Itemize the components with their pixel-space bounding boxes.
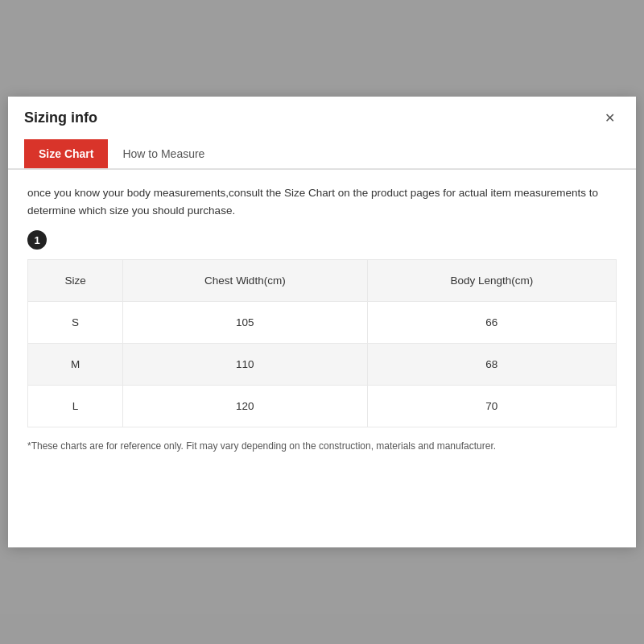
- cell-body-length: 66: [367, 302, 616, 344]
- header-chest-width: Chest Width(cm): [123, 260, 368, 302]
- cell-chest-width: 110: [123, 344, 368, 386]
- section-badge: 1: [27, 230, 47, 250]
- header-size: Size: [28, 260, 123, 302]
- table-row: S10566: [28, 302, 617, 344]
- modal-body: once you know your body measurements,con…: [8, 170, 636, 468]
- header-body-length: Body Length(cm): [367, 260, 616, 302]
- size-table: Size Chest Width(cm) Body Length(cm) S10…: [27, 259, 617, 427]
- close-button[interactable]: ✕: [600, 110, 620, 126]
- modal-backdrop: Sizing info ✕ Size Chart How to Measure …: [0, 0, 644, 644]
- sizing-modal: Sizing info ✕ Size Chart How to Measure …: [8, 97, 636, 547]
- cell-body-length: 68: [367, 344, 616, 386]
- table-header-row: Size Chest Width(cm) Body Length(cm): [28, 260, 617, 302]
- tab-size-chart[interactable]: Size Chart: [24, 139, 108, 168]
- table-row: M11068: [28, 344, 617, 386]
- modal-title: Sizing info: [24, 109, 97, 126]
- cell-size: L: [28, 386, 123, 427]
- cell-chest-width: 105: [123, 302, 368, 344]
- cell-body-length: 70: [367, 386, 616, 427]
- tab-how-to-measure[interactable]: How to Measure: [108, 139, 219, 168]
- cell-chest-width: 120: [123, 386, 368, 427]
- modal-header: Sizing info ✕: [8, 97, 636, 126]
- cell-size: M: [28, 344, 123, 386]
- cell-size: S: [28, 302, 123, 344]
- table-row: L12070: [28, 386, 617, 427]
- description-text: once you know your body measurements,con…: [27, 184, 617, 219]
- footer-note: *These charts are for reference only. Fi…: [27, 440, 617, 452]
- tabs-container: Size Chart How to Measure: [8, 139, 636, 170]
